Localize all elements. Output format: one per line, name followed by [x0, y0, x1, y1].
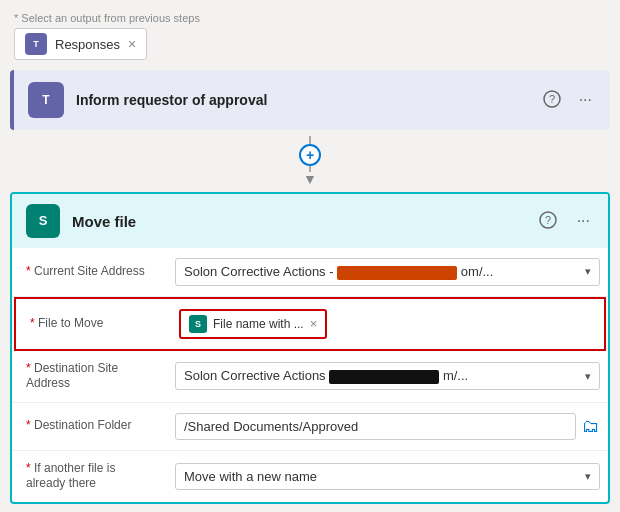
responses-tag-close[interactable]: × [128, 37, 136, 51]
move-file-header: S Move file ? ··· [12, 194, 608, 248]
file-tag-icon: S [189, 315, 207, 333]
if-another-label: * If another file isalready there [12, 457, 167, 496]
svg-text:T: T [33, 39, 39, 49]
dest-folder-field[interactable]: /Shared Documents/Approved 🗂 [167, 409, 608, 444]
current-site-label: * Current Site Address [12, 260, 167, 284]
output-hint: * Select an output from previous steps [0, 6, 620, 28]
dest-folder-label: * Destination Folder [12, 414, 167, 438]
connector-inner: + ▼ [299, 136, 321, 186]
connector-arrow: ▼ [303, 172, 317, 186]
current-site-required: * [26, 264, 31, 278]
current-site-value-text: Solon Corrective Actions - [184, 264, 334, 279]
hint-text: * Select an output from previous steps [14, 12, 200, 24]
move-more-button[interactable]: ··· [573, 211, 594, 231]
file-to-move-row: * File to Move S File name with ... × [14, 297, 606, 351]
add-action-area[interactable]: Add an action [0, 504, 620, 512]
inform-block: T Inform requestor of approval ? ··· [10, 70, 610, 130]
inform-actions: ? ··· [539, 88, 596, 113]
current-site-row: * Current Site Address Solon Corrective … [12, 248, 608, 297]
responses-tag-label: Responses [55, 37, 120, 52]
file-tag-close[interactable]: × [310, 316, 318, 331]
svg-text:?: ? [549, 93, 555, 105]
file-to-move-label-text: File to Move [38, 316, 103, 330]
dest-folder-label-text: Destination Folder [34, 418, 131, 432]
current-site-value: Solon Corrective Actions - om/... [184, 264, 585, 280]
svg-text:?: ? [545, 214, 551, 226]
connector: + ▼ [0, 130, 620, 192]
dest-site-value-text: Solon Corrective Actions [184, 368, 326, 383]
file-tag-label: File name with ... [213, 317, 304, 331]
if-another-input[interactable]: Move with a new name ▾ [175, 463, 600, 490]
current-site-redacted [337, 266, 457, 280]
if-another-row: * If another file isalready there Move w… [12, 451, 608, 502]
responses-tag: T Responses × [14, 28, 147, 60]
move-file-block: S Move file ? ··· * Current Site Address… [10, 192, 610, 504]
responses-tag-icon: T [25, 33, 47, 55]
file-to-move-label: * File to Move [16, 312, 171, 336]
dest-site-label: * Destination SiteAddress [12, 357, 167, 396]
dest-site-row: * Destination SiteAddress Solon Correcti… [12, 351, 608, 403]
dest-site-value: Solon Corrective Actions m/... [184, 368, 585, 384]
move-form-body: * Current Site Address Solon Corrective … [12, 248, 608, 502]
dest-folder-required: * [26, 418, 31, 432]
current-site-label-text: Current Site Address [34, 264, 145, 278]
if-another-value: Move with a new name [184, 469, 585, 484]
svg-text:S: S [39, 213, 48, 228]
dest-site-chevron: ▾ [585, 370, 591, 383]
if-another-chevron: ▾ [585, 470, 591, 483]
dest-folder-input[interactable]: /Shared Documents/Approved [175, 413, 576, 440]
dest-folder-browse-button[interactable]: 🗂 [582, 416, 600, 437]
connector-plus-button[interactable]: + [299, 144, 321, 166]
if-another-label-text: If another file isalready there [26, 461, 115, 491]
file-to-move-required: * [30, 316, 35, 330]
current-site-chevron: ▾ [585, 265, 591, 278]
dest-site-field[interactable]: Solon Corrective Actions m/... ▾ [167, 358, 608, 394]
connector-line-top [309, 136, 311, 144]
svg-text:T: T [42, 93, 50, 107]
move-file-title: Move file [72, 213, 523, 230]
dest-folder-value: /Shared Documents/Approved [184, 419, 567, 434]
current-site-field[interactable]: Solon Corrective Actions - om/... ▾ [167, 254, 608, 290]
dest-site-suffix: m/... [443, 368, 468, 383]
inform-title: Inform requestor of approval [76, 92, 527, 108]
move-file-icon: S [26, 204, 60, 238]
dest-site-input[interactable]: Solon Corrective Actions m/... ▾ [175, 362, 600, 390]
current-site-suffix: om/... [461, 264, 494, 279]
connector-arrow-area: ▼ [303, 166, 317, 186]
inform-more-button[interactable]: ··· [575, 90, 596, 110]
dest-folder-row: * Destination Folder /Shared Documents/A… [12, 403, 608, 451]
move-help-button[interactable]: ? [535, 209, 561, 234]
file-tag: S File name with ... × [179, 309, 327, 339]
if-another-required: * [26, 461, 31, 475]
inform-icon: T [28, 82, 64, 118]
dest-site-label-text: Destination SiteAddress [26, 361, 118, 391]
inform-help-button[interactable]: ? [539, 88, 565, 113]
file-to-move-field: S File name with ... × [171, 305, 604, 343]
current-site-input[interactable]: Solon Corrective Actions - om/... ▾ [175, 258, 600, 286]
if-another-field[interactable]: Move with a new name ▾ [167, 459, 608, 494]
dest-site-required: * [26, 361, 31, 375]
dest-site-redacted [329, 370, 439, 384]
